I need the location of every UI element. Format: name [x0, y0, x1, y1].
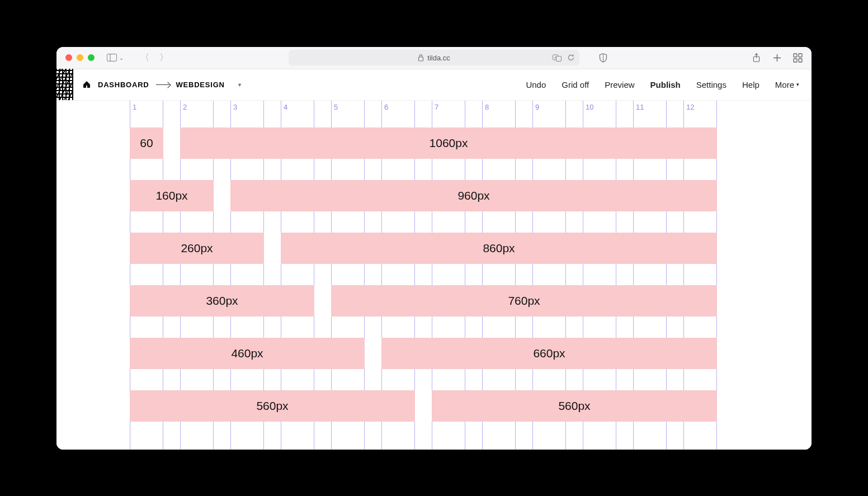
grid-column-label: 10 — [586, 103, 593, 111]
breadcrumb-page[interactable]: WEBDESIGN — [176, 81, 225, 89]
grid-column-label: 3 — [233, 103, 237, 111]
minimize-window-button[interactable] — [77, 54, 83, 61]
share-icon[interactable] — [752, 53, 761, 63]
address-bar[interactable]: tilda.cc A — [289, 50, 579, 65]
grid-block-left[interactable]: 60 — [130, 127, 163, 159]
grid-block-right[interactable]: 760px — [331, 285, 717, 317]
settings-button[interactable]: Settings — [696, 80, 727, 89]
grid-block-left[interactable]: 160px — [130, 180, 214, 211]
grid-toggle-button[interactable]: Grid off — [562, 80, 589, 89]
lock-icon — [418, 54, 424, 62]
grid-block-left[interactable]: 360px — [130, 285, 314, 317]
svg-rect-12 — [794, 59, 797, 62]
tabs-overview-icon[interactable] — [793, 53, 803, 63]
grid-column-label: 9 — [535, 103, 539, 111]
more-label: More — [775, 80, 794, 89]
grid-block-left[interactable]: 560px — [130, 390, 415, 422]
grid-block-right[interactable]: 960px — [230, 180, 717, 211]
toolbar-menu: Undo Grid off Preview Publish Settings H… — [526, 80, 799, 89]
breadcrumb: DASHBOARD WEBDESIGN ▾ — [82, 81, 242, 89]
privacy-shield-icon[interactable] — [599, 53, 607, 63]
breadcrumb-dashboard[interactable]: DASHBOARD — [98, 81, 149, 89]
grid-column-label: 6 — [384, 103, 388, 111]
forward-button[interactable]: 〉 — [159, 52, 168, 64]
publish-button[interactable]: Publish — [650, 80, 681, 89]
home-icon[interactable] — [82, 81, 91, 88]
sidebar-toggle-button[interactable]: ⌄ — [107, 54, 124, 62]
grid-column-label: 2 — [183, 103, 187, 111]
browser-titlebar: ⌄ 〈 〉 tilda.cc A — [56, 47, 812, 69]
tilda-logo[interactable] — [56, 69, 73, 100]
grid-column-label: 8 — [485, 103, 489, 111]
svg-rect-4 — [556, 56, 562, 62]
svg-text:A: A — [554, 56, 556, 59]
sidebar-icon — [107, 54, 117, 62]
svg-rect-0 — [107, 54, 116, 62]
breadcrumb-arrow-icon — [156, 84, 169, 85]
grid-block-right[interactable]: 560px — [432, 390, 717, 422]
grid-block-left[interactable]: 260px — [130, 233, 264, 264]
grid-block-right[interactable]: 660px — [381, 338, 717, 369]
grid-block-left[interactable]: 460px — [130, 338, 365, 369]
back-button[interactable]: 〈 — [140, 52, 149, 64]
url-text: tilda.cc — [427, 54, 450, 62]
breadcrumb-menu-icon[interactable]: ▾ — [238, 82, 242, 88]
url-right-icons: A — [553, 54, 575, 62]
svg-rect-2 — [419, 57, 423, 61]
svg-rect-13 — [799, 59, 802, 62]
close-window-button[interactable] — [65, 54, 72, 61]
preview-button[interactable]: Preview — [605, 80, 634, 89]
titlebar-right — [752, 53, 803, 63]
nav-arrows: 〈 〉 — [140, 52, 168, 64]
app-toolbar: DASHBOARD WEBDESIGN ▾ Undo Grid off Prev… — [56, 69, 812, 101]
undo-button[interactable]: Undo — [526, 80, 546, 89]
new-tab-icon[interactable] — [772, 53, 782, 63]
editor-canvas[interactable]: 123456789101112601060px160px960px260px86… — [56, 101, 812, 450]
more-button[interactable]: More ▾ — [775, 80, 799, 89]
reload-icon[interactable] — [567, 54, 575, 62]
chevron-down-icon: ⌄ — [119, 55, 124, 61]
grid-column-label: 11 — [636, 103, 644, 111]
grid-block-right[interactable]: 1060px — [180, 127, 717, 159]
translate-icon[interactable]: A — [553, 54, 562, 62]
browser-window: ⌄ 〈 〉 tilda.cc A DASHBOARD — [56, 47, 812, 450]
help-button[interactable]: Help — [742, 80, 760, 89]
traffic-lights — [65, 54, 95, 61]
grid-column-label: 1 — [133, 103, 136, 111]
svg-rect-11 — [799, 54, 802, 57]
grid-column-label: 7 — [435, 103, 438, 111]
grid-column-label: 5 — [334, 103, 338, 111]
grid-block-right[interactable]: 860px — [281, 233, 717, 264]
grid-column-label: 12 — [686, 103, 694, 111]
fullscreen-window-button[interactable] — [88, 54, 95, 61]
grid-container: 123456789101112601060px160px960px260px86… — [130, 101, 738, 450]
grid-column-label: 4 — [284, 103, 287, 111]
svg-rect-10 — [794, 54, 797, 57]
chevron-down-icon: ▾ — [796, 82, 799, 87]
